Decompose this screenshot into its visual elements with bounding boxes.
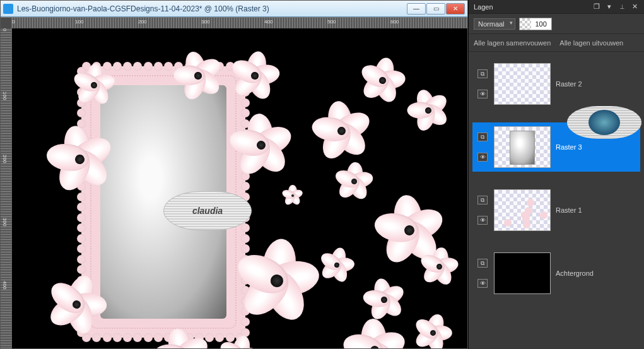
layer-toggles: ⧉👁: [476, 69, 489, 98]
window-controls: — ▭ ✕: [407, 3, 465, 15]
layers-list: ⧉👁Raster 2⧉👁Raster 3⧉👁Raster 1⧉👁Achtergr…: [469, 52, 644, 349]
minimize-button[interactable]: —: [407, 3, 426, 15]
flower-graphic: [318, 246, 356, 285]
layer-name: Raster 3: [556, 143, 636, 151]
flower-graphic: [419, 247, 459, 286]
layer-toggles: ⧉👁: [476, 196, 489, 225]
collapse-all-link[interactable]: Alle lagen samenvouwen: [474, 39, 551, 47]
ruler-corner: [1, 18, 12, 29]
layer-link-icon[interactable]: ⧉: [477, 69, 488, 78]
layer-name: Raster 2: [556, 80, 636, 88]
layer-row[interactable]: ⧉👁Raster 1: [472, 186, 640, 235]
layer-link-icon[interactable]: ⧉: [477, 133, 488, 141]
visibility-icon[interactable]: 👁: [477, 153, 488, 162]
app-icon: [3, 4, 13, 14]
flower-graphic: [45, 124, 114, 194]
visibility-icon[interactable]: 👁: [477, 279, 488, 288]
opacity-field[interactable]: [519, 18, 552, 30]
flower-graphic: [404, 86, 452, 134]
globe-icon: [588, 110, 620, 135]
layer-name: Achtergrond: [556, 269, 636, 277]
layer-thumbnail[interactable]: [494, 189, 551, 231]
opacity-checker-icon: [520, 18, 531, 30]
flower-graphic: [229, 50, 280, 101]
flower-graphic: [411, 311, 455, 348]
expand-all-link[interactable]: Alle lagen uitvouwen: [559, 39, 623, 47]
flower-graphic: [344, 320, 405, 348]
panel-menu-icon[interactable]: ▾: [605, 3, 614, 11]
layer-thumbnail[interactable]: [494, 63, 551, 105]
flower-graphic: [73, 64, 114, 105]
panel-close-icon[interactable]: ✕: [630, 3, 639, 11]
watermark-logo: claudia: [163, 191, 252, 230]
flower-graphic: [230, 114, 292, 176]
layer-toggles: ⧉👁: [476, 259, 489, 288]
layer-row[interactable]: ⧉👁Raster 2: [472, 59, 640, 109]
panel-title: Lagen: [474, 3, 493, 11]
layer-row[interactable]: ⧉👁Achtergrond: [472, 249, 640, 298]
blend-row: Normaal: [469, 14, 644, 34]
window-title: Les-Buongiorno-van-Paola-CGSFDesigns-11-…: [17, 4, 407, 13]
watermark-overlay: [567, 106, 641, 139]
layer-toggles: ⧉👁: [476, 133, 489, 162]
canvas[interactable]: claudia: [12, 28, 467, 348]
flower-graphic: [362, 278, 406, 322]
layer-actions: Alle lagen samenvouwen Alle lagen uitvou…: [469, 34, 644, 52]
maximize-button[interactable]: ▭: [426, 3, 445, 15]
layer-name: Raster 1: [556, 206, 636, 214]
flower-graphic: [311, 100, 372, 161]
panel-undock-icon[interactable]: ❐: [592, 3, 601, 11]
flower-graphic: [283, 186, 302, 205]
layer-link-icon[interactable]: ⧉: [477, 196, 488, 204]
watermark-text: claudia: [192, 206, 223, 216]
flower-graphic: [358, 56, 407, 105]
ruler-horizontal: 0100200300400500600: [1, 17, 467, 28]
flower-graphic: [234, 238, 320, 324]
panel-header[interactable]: Lagen ❐ ▾ ⟂ ✕: [469, 0, 644, 14]
close-button[interactable]: ✕: [446, 3, 465, 15]
blend-mode-select[interactable]: Normaal: [474, 18, 515, 30]
layer-thumbnail[interactable]: [494, 252, 551, 294]
layer-thumbnail[interactable]: [494, 126, 551, 168]
layers-panel: Lagen ❐ ▾ ⟂ ✕ Normaal Alle lagen samenvo…: [468, 0, 644, 349]
ruler-vertical: 0100200300400: [1, 28, 12, 348]
opacity-input[interactable]: [531, 20, 551, 28]
blend-mode-label: Normaal: [478, 20, 505, 28]
visibility-icon[interactable]: 👁: [477, 90, 488, 98]
titlebar[interactable]: Les-Buongiorno-van-Paola-CGSFDesigns-11-…: [1, 1, 467, 17]
flower-graphic: [336, 163, 373, 201]
ruler-h-ticks: 0100200300400500600: [12, 18, 467, 28]
document-body: 0100200300400 claudia: [1, 28, 467, 348]
panel-pin-icon[interactable]: ⟂: [618, 3, 626, 11]
layer-link-icon[interactable]: ⧉: [477, 259, 488, 268]
document-window: Les-Buongiorno-van-Paola-CGSFDesigns-11-…: [0, 0, 468, 349]
visibility-icon[interactable]: 👁: [477, 216, 488, 225]
